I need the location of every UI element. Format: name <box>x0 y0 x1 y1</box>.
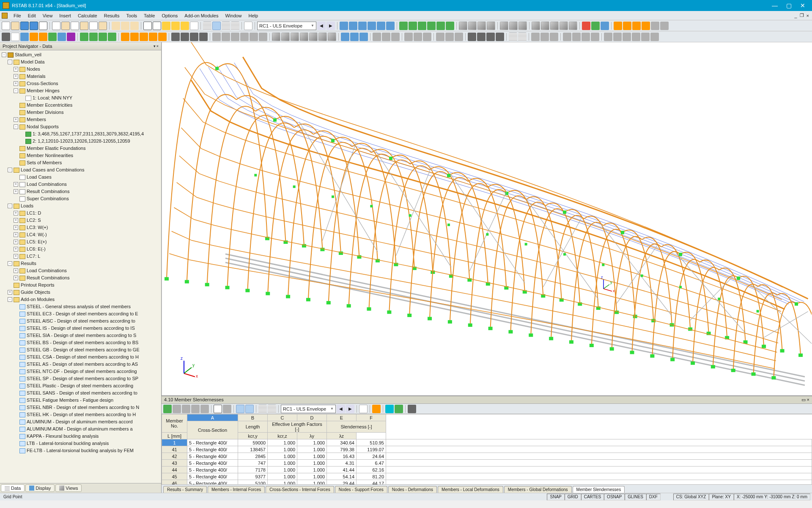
tool-4-icon[interactable] <box>199 33 208 41</box>
tree-node-lc6-e-[interactable]: +LC6: E(-) <box>2 246 160 253</box>
undo-icon[interactable] <box>112 22 120 30</box>
new-load-icon[interactable] <box>80 22 88 30</box>
tree-node-loads[interactable]: -Loads <box>2 202 160 210</box>
tree-node-mod[interactable]: ALUMINUM ADM - Design of aluminum member… <box>2 425 160 433</box>
dim-3-icon[interactable] <box>423 33 431 41</box>
table-tab-0[interactable]: Results - Summary <box>163 486 207 493</box>
misc-1-icon[interactable] <box>614 22 622 30</box>
pan-icon[interactable] <box>190 22 198 30</box>
table-pin-icon[interactable]: ▭ <box>801 397 806 402</box>
copy-icon[interactable] <box>222 33 230 41</box>
zoom-prev-icon[interactable] <box>171 22 180 30</box>
color-4-icon[interactable] <box>632 33 640 41</box>
tree-node-super-combinations[interactable]: Super Combinations <box>2 195 160 202</box>
extend-icon[interactable] <box>318 33 327 41</box>
tree-node-root[interactable]: -Stadium_veil <box>2 51 160 58</box>
menu-help[interactable]: Help <box>245 12 262 19</box>
zoom-icon[interactable] <box>143 22 152 30</box>
zoom-win-icon[interactable] <box>153 22 161 30</box>
tree-node-mod[interactable]: STEEL EC3 - Design of steel members acco… <box>2 310 160 318</box>
tool-1-icon[interactable] <box>171 33 180 41</box>
mesh-2-icon[interactable] <box>350 33 359 41</box>
tbl-excel-icon[interactable] <box>395 405 403 413</box>
nav-close-icon[interactable]: × <box>156 44 159 48</box>
model-viewport[interactable]: x y z x y z <box>162 42 812 395</box>
align-3-icon[interactable] <box>391 33 400 41</box>
tree-node-member-divisions[interactable]: Member Divisions <box>2 109 160 116</box>
table-row[interactable]: 415 - Rectangle 400/1384571.0001.000799.… <box>162 446 812 453</box>
status-grid[interactable]: GRID <box>565 494 581 500</box>
menu-edit[interactable]: Edit <box>25 12 39 19</box>
tbl-cols-icon[interactable] <box>258 405 267 413</box>
extrude-icon[interactable] <box>272 33 280 41</box>
menu-results[interactable]: Results <box>101 12 123 19</box>
layer-4-icon[interactable] <box>496 33 504 41</box>
tool-3-icon[interactable] <box>190 33 198 41</box>
grid-1-icon[interactable] <box>509 33 517 41</box>
misc-b-icon[interactable] <box>572 33 581 41</box>
menu-table[interactable]: Table <box>140 12 158 19</box>
tree-node-model-data[interactable]: -Model Data <box>2 58 160 66</box>
move-icon[interactable] <box>212 33 221 41</box>
maximize-button[interactable]: ▢ <box>786 2 792 9</box>
status-cartes[interactable]: CARTES <box>581 494 604 500</box>
align-1-icon[interactable] <box>373 33 381 41</box>
new-icon[interactable] <box>2 22 10 30</box>
new-model-icon[interactable] <box>52 22 60 30</box>
nav-tab-display[interactable]: Display <box>25 484 55 492</box>
render-1-icon[interactable] <box>582 22 590 30</box>
redo-icon[interactable] <box>121 22 129 30</box>
tree-node-mod[interactable]: STEEL NTC-DF - Design of steel members a… <box>2 368 160 375</box>
tree-node-1-3-468-755-1267-1737-2311-283[interactable]: 1: 3,468,755,1267,1737,2311,2831,3079,36… <box>2 130 160 138</box>
menu-addons[interactable]: Add-on Modules <box>181 12 222 19</box>
n-force-icon[interactable] <box>358 22 367 30</box>
join-icon[interactable] <box>300 33 308 41</box>
nav-tab-data[interactable]: Data <box>1 484 25 492</box>
mesh-3-icon[interactable] <box>359 33 368 41</box>
tree-node-mod[interactable]: KAPPA - Flexural buckling analysis <box>2 433 160 440</box>
menu-tools[interactable]: Tools <box>123 12 140 19</box>
diagram-4-icon[interactable] <box>436 22 445 30</box>
tbl-sort-icon[interactable] <box>245 405 254 413</box>
solid-icon[interactable] <box>487 22 495 30</box>
table-close-icon[interactable]: × <box>807 397 809 402</box>
tree-node-member-elastic-foundations[interactable]: Member Elastic Foundations <box>2 145 160 152</box>
diagram-3-icon[interactable] <box>427 22 436 30</box>
rotate-icon[interactable] <box>532 22 540 30</box>
table-row[interactable]: 445 - Rectangle 400/71781.0001.00041.446… <box>162 467 812 473</box>
tree-node-nodal-supports[interactable]: -Nodal Supports <box>2 123 160 130</box>
table-tab-7[interactable]: Member Slendernesses <box>573 486 625 493</box>
load-1-icon[interactable] <box>121 33 129 41</box>
tbl-go-icon[interactable] <box>200 405 209 413</box>
tree-node-member-hinges[interactable]: -Member Hinges <box>2 87 160 94</box>
tbl-calc-icon[interactable] <box>408 405 416 413</box>
tree-node-results[interactable]: -Results <box>2 260 160 267</box>
tbl-rows-icon[interactable] <box>268 405 276 413</box>
tree-node-lc2-s[interactable]: +LC2: S <box>2 217 160 224</box>
tree-node-2-1-2-12010-12023-12026-12028-[interactable]: 2: 1,2,12010-12023,12026,12028-12055,120… <box>2 138 160 145</box>
tree-node-sets-of-members[interactable]: Sets of Members <box>2 159 160 166</box>
align-2-icon[interactable] <box>382 33 390 41</box>
table-row[interactable]: 465 - Rectangle 400/51001.0001.00029.444… <box>162 480 812 485</box>
tree-node-load-combinations[interactable]: +Load Combinations <box>2 267 160 274</box>
layer-3-icon[interactable] <box>486 33 495 41</box>
load-5-icon[interactable] <box>158 33 167 41</box>
table-tab-2[interactable]: Cross-Sections - Internal Forces <box>266 486 334 493</box>
misc-a-icon[interactable] <box>563 33 571 41</box>
table-tab-3[interactable]: Nodes - Support Forces <box>335 486 387 493</box>
misc-d-icon[interactable] <box>591 33 599 41</box>
select-box-icon[interactable] <box>11 33 19 41</box>
tree-node-materials[interactable]: +Materials <box>2 73 160 80</box>
tree-node-member-eccentricities[interactable]: Member Eccentricities <box>2 102 160 109</box>
table-tab-4[interactable]: Nodes - Deformations <box>388 486 437 493</box>
tree-node-mod[interactable]: STEEL GB - Design of steel members accor… <box>2 346 160 353</box>
misc-6-icon[interactable] <box>660 22 669 30</box>
tbl-last-icon[interactable] <box>191 405 200 413</box>
iso-icon[interactable] <box>459 22 467 30</box>
scale-icon[interactable] <box>250 33 258 41</box>
new-member-icon[interactable] <box>71 22 79 30</box>
tbl-refresh-icon[interactable] <box>359 405 368 413</box>
color-6-icon[interactable] <box>650 33 659 41</box>
table-row[interactable]: 15 - Rectangle 400/590001.0001.000340.64… <box>162 439 812 446</box>
stretch-icon[interactable] <box>259 33 267 41</box>
